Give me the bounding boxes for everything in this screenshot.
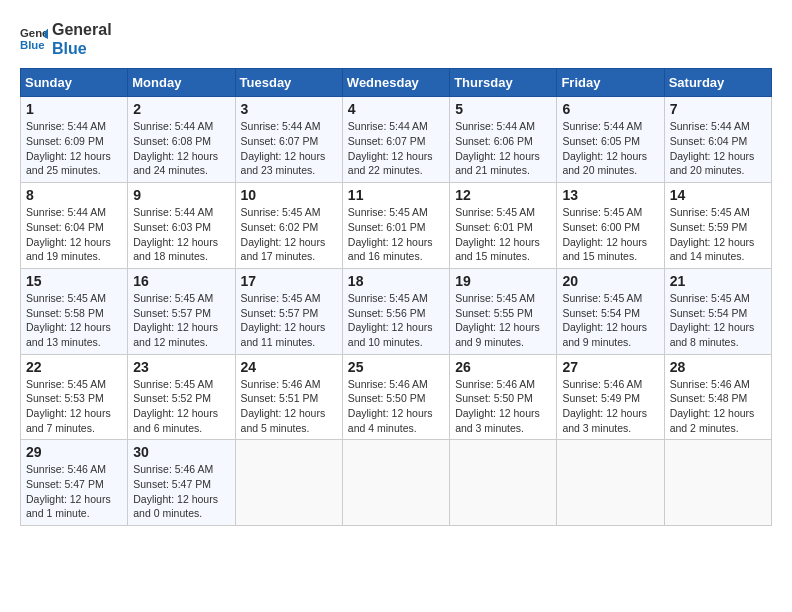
day-number: 8: [26, 187, 122, 203]
calendar-cell: 11Sunrise: 5:45 AM Sunset: 6:01 PM Dayli…: [342, 183, 449, 269]
day-info: Sunrise: 5:46 AM Sunset: 5:47 PM Dayligh…: [133, 462, 229, 521]
calendar-cell: 2Sunrise: 5:44 AM Sunset: 6:08 PM Daylig…: [128, 97, 235, 183]
day-info: Sunrise: 5:45 AM Sunset: 5:57 PM Dayligh…: [133, 291, 229, 350]
day-number: 15: [26, 273, 122, 289]
day-info: Sunrise: 5:45 AM Sunset: 5:52 PM Dayligh…: [133, 377, 229, 436]
day-number: 16: [133, 273, 229, 289]
day-info: Sunrise: 5:46 AM Sunset: 5:47 PM Dayligh…: [26, 462, 122, 521]
calendar-cell: 28Sunrise: 5:46 AM Sunset: 5:48 PM Dayli…: [664, 354, 771, 440]
day-info: Sunrise: 5:45 AM Sunset: 5:57 PM Dayligh…: [241, 291, 337, 350]
day-number: 1: [26, 101, 122, 117]
calendar-cell: 23Sunrise: 5:45 AM Sunset: 5:52 PM Dayli…: [128, 354, 235, 440]
calendar-cell: 9Sunrise: 5:44 AM Sunset: 6:03 PM Daylig…: [128, 183, 235, 269]
day-info: Sunrise: 5:45 AM Sunset: 5:58 PM Dayligh…: [26, 291, 122, 350]
day-info: Sunrise: 5:45 AM Sunset: 5:54 PM Dayligh…: [670, 291, 766, 350]
day-info: Sunrise: 5:46 AM Sunset: 5:51 PM Dayligh…: [241, 377, 337, 436]
weekday-header-saturday: Saturday: [664, 69, 771, 97]
svg-text:General: General: [20, 27, 48, 39]
day-info: Sunrise: 5:44 AM Sunset: 6:03 PM Dayligh…: [133, 205, 229, 264]
calendar-row: 1Sunrise: 5:44 AM Sunset: 6:09 PM Daylig…: [21, 97, 772, 183]
day-number: 13: [562, 187, 658, 203]
calendar-cell: 20Sunrise: 5:45 AM Sunset: 5:54 PM Dayli…: [557, 268, 664, 354]
page-header: General Blue General Blue: [20, 20, 772, 58]
day-number: 7: [670, 101, 766, 117]
day-info: Sunrise: 5:46 AM Sunset: 5:49 PM Dayligh…: [562, 377, 658, 436]
calendar-cell: [557, 440, 664, 526]
day-info: Sunrise: 5:44 AM Sunset: 6:06 PM Dayligh…: [455, 119, 551, 178]
calendar-cell: 29Sunrise: 5:46 AM Sunset: 5:47 PM Dayli…: [21, 440, 128, 526]
day-number: 5: [455, 101, 551, 117]
day-number: 21: [670, 273, 766, 289]
calendar-cell: 14Sunrise: 5:45 AM Sunset: 5:59 PM Dayli…: [664, 183, 771, 269]
day-number: 27: [562, 359, 658, 375]
day-number: 3: [241, 101, 337, 117]
day-info: Sunrise: 5:44 AM Sunset: 6:09 PM Dayligh…: [26, 119, 122, 178]
day-number: 9: [133, 187, 229, 203]
day-info: Sunrise: 5:45 AM Sunset: 6:02 PM Dayligh…: [241, 205, 337, 264]
calendar-body: 1Sunrise: 5:44 AM Sunset: 6:09 PM Daylig…: [21, 97, 772, 526]
day-info: Sunrise: 5:46 AM Sunset: 5:50 PM Dayligh…: [455, 377, 551, 436]
calendar-cell: 8Sunrise: 5:44 AM Sunset: 6:04 PM Daylig…: [21, 183, 128, 269]
day-info: Sunrise: 5:45 AM Sunset: 5:56 PM Dayligh…: [348, 291, 444, 350]
weekday-header-tuesday: Tuesday: [235, 69, 342, 97]
day-number: 11: [348, 187, 444, 203]
day-number: 17: [241, 273, 337, 289]
calendar-row: 8Sunrise: 5:44 AM Sunset: 6:04 PM Daylig…: [21, 183, 772, 269]
calendar-cell: 25Sunrise: 5:46 AM Sunset: 5:50 PM Dayli…: [342, 354, 449, 440]
weekday-header-monday: Monday: [128, 69, 235, 97]
day-info: Sunrise: 5:44 AM Sunset: 6:04 PM Dayligh…: [26, 205, 122, 264]
calendar-cell: 24Sunrise: 5:46 AM Sunset: 5:51 PM Dayli…: [235, 354, 342, 440]
logo-general: General: [52, 20, 112, 39]
day-info: Sunrise: 5:44 AM Sunset: 6:04 PM Dayligh…: [670, 119, 766, 178]
day-number: 24: [241, 359, 337, 375]
calendar-cell: 12Sunrise: 5:45 AM Sunset: 6:01 PM Dayli…: [450, 183, 557, 269]
calendar-cell: 16Sunrise: 5:45 AM Sunset: 5:57 PM Dayli…: [128, 268, 235, 354]
calendar-cell: 17Sunrise: 5:45 AM Sunset: 5:57 PM Dayli…: [235, 268, 342, 354]
calendar-cell: 6Sunrise: 5:44 AM Sunset: 6:05 PM Daylig…: [557, 97, 664, 183]
day-info: Sunrise: 5:44 AM Sunset: 6:08 PM Dayligh…: [133, 119, 229, 178]
day-info: Sunrise: 5:46 AM Sunset: 5:50 PM Dayligh…: [348, 377, 444, 436]
weekday-header-friday: Friday: [557, 69, 664, 97]
weekday-header-thursday: Thursday: [450, 69, 557, 97]
day-number: 19: [455, 273, 551, 289]
calendar-cell: 1Sunrise: 5:44 AM Sunset: 6:09 PM Daylig…: [21, 97, 128, 183]
day-info: Sunrise: 5:44 AM Sunset: 6:07 PM Dayligh…: [241, 119, 337, 178]
day-info: Sunrise: 5:45 AM Sunset: 5:59 PM Dayligh…: [670, 205, 766, 264]
calendar-cell: [450, 440, 557, 526]
day-info: Sunrise: 5:45 AM Sunset: 5:53 PM Dayligh…: [26, 377, 122, 436]
day-number: 26: [455, 359, 551, 375]
day-number: 22: [26, 359, 122, 375]
calendar-header: SundayMondayTuesdayWednesdayThursdayFrid…: [21, 69, 772, 97]
day-info: Sunrise: 5:45 AM Sunset: 5:55 PM Dayligh…: [455, 291, 551, 350]
calendar-cell: [235, 440, 342, 526]
day-info: Sunrise: 5:45 AM Sunset: 6:01 PM Dayligh…: [348, 205, 444, 264]
day-info: Sunrise: 5:46 AM Sunset: 5:48 PM Dayligh…: [670, 377, 766, 436]
calendar-cell: 10Sunrise: 5:45 AM Sunset: 6:02 PM Dayli…: [235, 183, 342, 269]
calendar-cell: 21Sunrise: 5:45 AM Sunset: 5:54 PM Dayli…: [664, 268, 771, 354]
svg-text:Blue: Blue: [20, 39, 45, 51]
day-number: 2: [133, 101, 229, 117]
logo: General Blue General Blue: [20, 20, 112, 58]
day-info: Sunrise: 5:44 AM Sunset: 6:05 PM Dayligh…: [562, 119, 658, 178]
weekday-header-sunday: Sunday: [21, 69, 128, 97]
calendar-cell: 19Sunrise: 5:45 AM Sunset: 5:55 PM Dayli…: [450, 268, 557, 354]
calendar-row: 22Sunrise: 5:45 AM Sunset: 5:53 PM Dayli…: [21, 354, 772, 440]
calendar-cell: 15Sunrise: 5:45 AM Sunset: 5:58 PM Dayli…: [21, 268, 128, 354]
calendar-cell: [664, 440, 771, 526]
calendar-cell: 3Sunrise: 5:44 AM Sunset: 6:07 PM Daylig…: [235, 97, 342, 183]
day-number: 23: [133, 359, 229, 375]
weekday-header-wednesday: Wednesday: [342, 69, 449, 97]
calendar-cell: 22Sunrise: 5:45 AM Sunset: 5:53 PM Dayli…: [21, 354, 128, 440]
day-info: Sunrise: 5:45 AM Sunset: 6:01 PM Dayligh…: [455, 205, 551, 264]
header-row: SundayMondayTuesdayWednesdayThursdayFrid…: [21, 69, 772, 97]
logo-icon: General Blue: [20, 25, 48, 53]
day-info: Sunrise: 5:45 AM Sunset: 6:00 PM Dayligh…: [562, 205, 658, 264]
calendar-cell: 27Sunrise: 5:46 AM Sunset: 5:49 PM Dayli…: [557, 354, 664, 440]
day-number: 25: [348, 359, 444, 375]
day-number: 30: [133, 444, 229, 460]
calendar-cell: 5Sunrise: 5:44 AM Sunset: 6:06 PM Daylig…: [450, 97, 557, 183]
calendar-row: 29Sunrise: 5:46 AM Sunset: 5:47 PM Dayli…: [21, 440, 772, 526]
calendar-table: SundayMondayTuesdayWednesdayThursdayFrid…: [20, 68, 772, 526]
calendar-cell: 7Sunrise: 5:44 AM Sunset: 6:04 PM Daylig…: [664, 97, 771, 183]
calendar-cell: [342, 440, 449, 526]
